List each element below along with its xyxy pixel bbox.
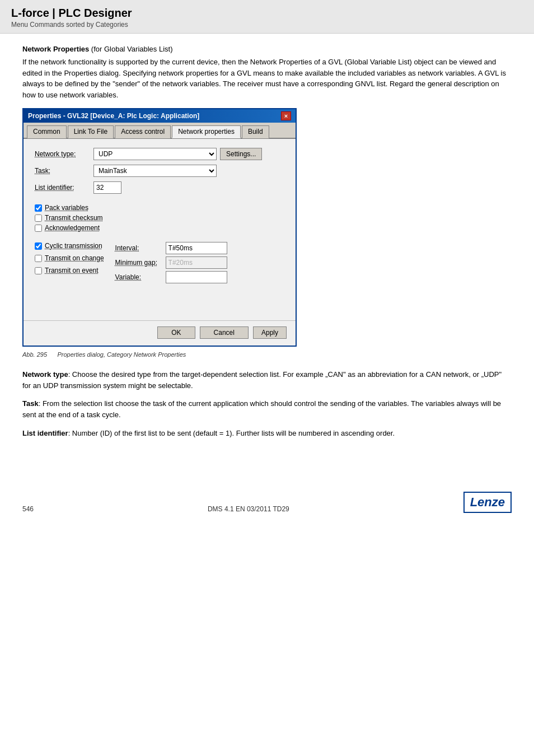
task-row: Task: MainTask	[35, 165, 284, 177]
min-gap-label: Minimum gap:	[115, 259, 166, 267]
tab-link-to-file[interactable]: Link To File	[68, 125, 114, 138]
network-type-row: Network type: UDP Settings...	[35, 148, 284, 160]
tab-build[interactable]: Build	[242, 125, 269, 138]
desc-list-id: List identifier: Number (ID) of the firs…	[22, 428, 512, 439]
dialog-title: Properties - GVL32 [Device_A: Plc Logic:…	[28, 112, 199, 120]
transmit-checksum-label: Transmit checksum	[45, 214, 103, 222]
app-title: L-force | PLC Designer	[11, 7, 523, 20]
transmit-on-event-row: Transmit on event	[35, 267, 104, 274]
figure-caption: Abb. 295 Properties dialog, Category Net…	[22, 351, 512, 358]
ok-button[interactable]: OK	[157, 326, 195, 339]
section-title: Network Properties (for Global Variables…	[22, 45, 512, 53]
main-content: Network Properties (for Global Variables…	[0, 34, 534, 457]
desc-task-term: Task	[22, 399, 39, 408]
tab-common[interactable]: Common	[27, 125, 67, 138]
figure-number: Abb. 295	[22, 351, 47, 358]
interval-label: Interval:	[115, 244, 166, 252]
desc-list-id-term: List identifier	[22, 429, 68, 437]
variable-input[interactable]	[166, 271, 227, 283]
settings-button[interactable]: Settings...	[220, 148, 262, 160]
caption-text: Properties dialog, Category Network Prop…	[57, 351, 186, 358]
pack-variables-checkbox[interactable]	[35, 204, 42, 212]
pack-variables-row: Pack variables	[35, 204, 284, 212]
interval-row: Interval:	[115, 242, 227, 254]
transmission-left: Cyclic transmission Transmit on change T…	[35, 242, 104, 283]
variable-label: Variable:	[115, 273, 166, 281]
apply-button[interactable]: Apply	[253, 326, 287, 339]
list-id-label: List identifier:	[35, 184, 93, 192]
transmit-on-change-checkbox[interactable]	[35, 255, 42, 262]
variable-row: Variable:	[115, 271, 227, 283]
intro-text: If the network functionality is supporte…	[22, 57, 512, 100]
company-logo: Lenze	[463, 492, 512, 513]
task-label: Task:	[35, 167, 93, 175]
desc-network-type-term: Network type	[22, 370, 68, 379]
min-gap-input[interactable]	[166, 256, 227, 269]
network-type-label: Network type:	[35, 150, 93, 158]
page-footer: 546 DMS 4.1 EN 03/2011 TD29 Lenze	[0, 492, 534, 513]
desc-task: Task: From the selection list choose the…	[22, 398, 512, 421]
desc-task-text: : From the selection list choose the tas…	[22, 399, 501, 419]
cyclic-transmission-label: Cyclic transmission	[45, 242, 102, 250]
cyclic-transmission-row: Cyclic transmission	[35, 242, 104, 250]
section-title-suffix: (for Global Variables List)	[89, 45, 172, 53]
transmit-checksum-row: Transmit checksum	[35, 214, 284, 222]
interval-input[interactable]	[166, 242, 227, 254]
properties-dialog: Properties - GVL32 [Device_A: Plc Logic:…	[22, 108, 297, 347]
desc-network-type-text: : Choose the desired type from the targe…	[22, 370, 502, 390]
page-subtitle: Menu Commands sorted by Categories	[11, 21, 523, 29]
network-type-select[interactable]: UDP	[93, 148, 217, 160]
doc-info: DMS 4.1 EN 03/2011 TD29	[208, 505, 289, 513]
page-number: 546	[22, 505, 34, 513]
transmit-on-event-label: Transmit on event	[45, 267, 99, 274]
dialog-tabs: Common Link To File Access control Netwo…	[24, 123, 296, 139]
dialog-titlebar: Properties - GVL32 [Device_A: Plc Logic:…	[24, 109, 296, 123]
tab-network-properties[interactable]: Network properties	[172, 125, 241, 138]
transmit-on-change-row: Transmit on change	[35, 254, 104, 262]
tab-access-control[interactable]: Access control	[115, 125, 171, 138]
acknowledgement-label: Acknowledgement	[45, 224, 100, 232]
section-title-bold: Network Properties	[22, 45, 89, 53]
transmission-section: Cyclic transmission Transmit on change T…	[35, 242, 284, 283]
list-id-input[interactable]	[93, 181, 121, 194]
transmission-right: Interval: Minimum gap: Variable:	[115, 242, 227, 283]
desc-network-type: Network type: Choose the desired type fr…	[22, 369, 512, 391]
list-id-row: List identifier:	[35, 181, 284, 194]
transmit-checksum-checkbox[interactable]	[35, 214, 42, 222]
dialog-body: Network type: UDP Settings... Task: Main…	[24, 139, 296, 320]
transmit-on-event-checkbox[interactable]	[35, 267, 42, 274]
acknowledgement-checkbox[interactable]	[35, 225, 42, 232]
cyclic-transmission-checkbox[interactable]	[35, 242, 42, 250]
page-header: L-force | PLC Designer Menu Commands sor…	[0, 0, 534, 34]
transmit-on-change-label: Transmit on change	[45, 254, 104, 262]
min-gap-row: Minimum gap:	[115, 256, 227, 269]
pack-variables-label: Pack variables	[45, 204, 88, 212]
dialog-footer: OK Cancel Apply	[24, 320, 296, 346]
task-select[interactable]: MainTask	[93, 165, 217, 177]
dialog-close-button[interactable]: ×	[281, 111, 291, 120]
acknowledgement-row: Acknowledgement	[35, 224, 284, 232]
desc-list-id-text: : Number (ID) of the first list to be se…	[68, 429, 395, 437]
cancel-button[interactable]: Cancel	[200, 326, 249, 339]
